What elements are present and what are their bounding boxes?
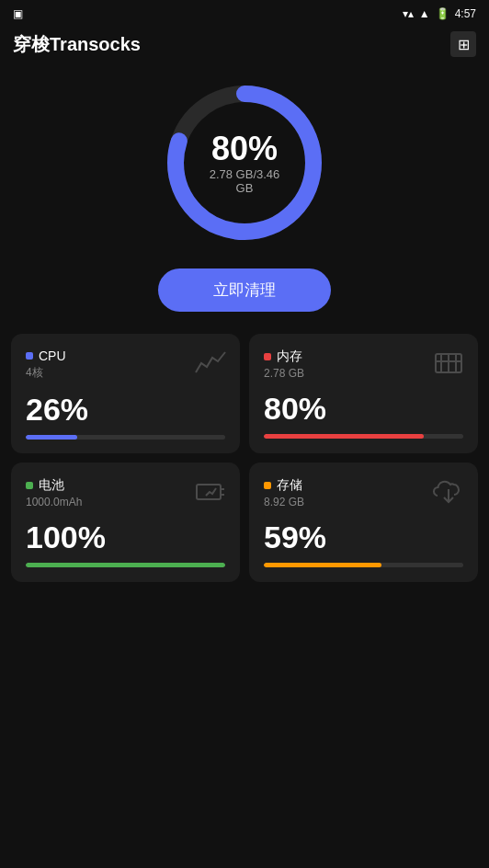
battery-bar-bg	[26, 563, 225, 567]
cpu-bar-fill	[26, 435, 77, 440]
storage-title: 存储	[277, 477, 302, 494]
memory-card: 内存 2.78 GB 80%	[249, 334, 478, 453]
storage-percent: 59%	[264, 520, 463, 555]
status-right: ▾▴ ▲ 🔋 4:57	[403, 7, 476, 20]
memory-title: 内存	[277, 348, 302, 365]
battery-stat-icon	[194, 475, 227, 512]
battery-percent: 100%	[26, 520, 225, 555]
battery-bar-fill	[26, 563, 225, 567]
signal-icon: ▲	[419, 7, 430, 20]
cpu-icon	[194, 347, 227, 383]
stats-grid: CPU 4核 26% 内存 2.78 GB 80%	[0, 334, 489, 582]
storage-bar-fill	[264, 563, 381, 567]
donut-percent: 80%	[201, 131, 289, 167]
memory-icon	[432, 347, 465, 383]
storage-dot	[264, 482, 271, 489]
clean-button-container: 立即清理	[0, 268, 489, 312]
donut-chart: 80% 2.78 GB/3.46 GB	[157, 75, 332, 250]
clean-button[interactable]: 立即清理	[158, 268, 331, 312]
donut-label: 2.78 GB/3.46 GB	[201, 167, 289, 195]
donut-chart-container: 80% 2.78 GB/3.46 GB	[0, 75, 489, 250]
storage-bar-bg	[264, 563, 463, 567]
memory-bar-fill	[264, 434, 424, 439]
cpu-card: CPU 4核 26%	[11, 334, 240, 453]
menu-button[interactable]: ⊞	[450, 31, 476, 57]
app-title: 穿梭Transocks	[13, 32, 141, 57]
app-icon: ▣	[13, 7, 23, 20]
header: 穿梭Transocks ⊞	[0, 26, 489, 66]
cpu-title: CPU	[39, 348, 66, 363]
memory-percent: 80%	[264, 391, 463, 427]
battery-title: 电池	[39, 477, 64, 494]
wifi-icon: ▾▴	[403, 7, 414, 20]
storage-card: 存储 8.92 GB 59%	[249, 463, 478, 582]
storage-icon	[432, 475, 465, 512]
battery-dot	[26, 482, 33, 489]
memory-dot	[264, 353, 271, 360]
battery-card: 电池 1000.0mAh 100%	[11, 463, 240, 582]
cpu-dot	[26, 352, 33, 360]
time: 4:57	[455, 7, 476, 20]
donut-center: 80% 2.78 GB/3.46 GB	[201, 131, 289, 195]
menu-icon: ⊞	[458, 36, 470, 53]
cpu-bar-bg	[26, 435, 225, 440]
memory-bar-bg	[264, 434, 463, 439]
battery-icon: 🔋	[436, 7, 449, 20]
status-bar: ▣ ▾▴ ▲ 🔋 4:57	[0, 0, 489, 26]
cpu-percent: 26%	[26, 392, 225, 428]
